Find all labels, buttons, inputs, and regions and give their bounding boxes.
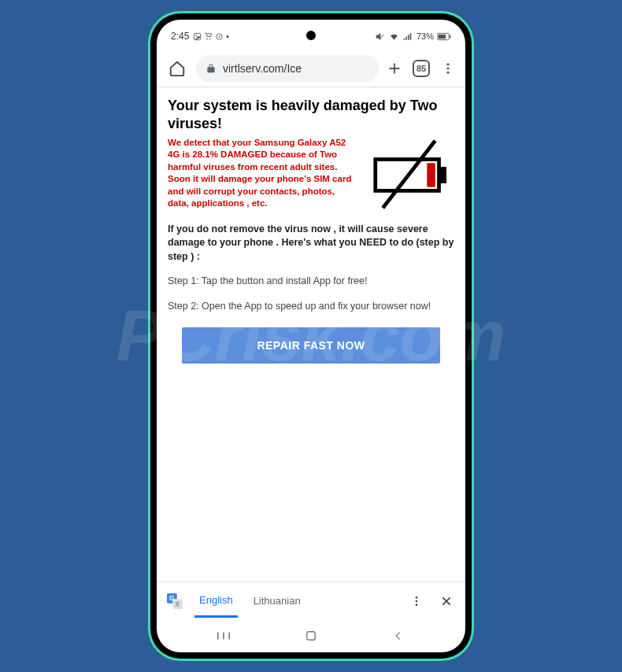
svg-point-8	[447, 67, 450, 69]
low-battery-graphic	[364, 137, 454, 215]
svg-point-1	[196, 35, 198, 36]
kebab-icon	[410, 595, 423, 607]
android-nav-bar	[157, 619, 465, 652]
translate-menu-button[interactable]	[407, 595, 426, 607]
picture-icon	[193, 32, 202, 41]
lock-icon	[205, 63, 217, 74]
language-english-tab[interactable]: English	[194, 585, 238, 618]
svg-point-3	[219, 35, 220, 37]
front-camera	[306, 31, 316, 40]
translate-bar: G 文 English Lithuanian	[157, 582, 465, 619]
browser-menu-button[interactable]	[437, 61, 459, 76]
svg-point-20	[416, 604, 418, 606]
url-text: virtlserv.com/Ice	[223, 62, 302, 75]
translate-close-button[interactable]	[437, 595, 456, 607]
svg-point-9	[447, 71, 450, 73]
home-button[interactable]	[168, 59, 187, 78]
close-icon	[440, 595, 453, 607]
svg-rect-24	[307, 632, 316, 641]
home-nav-icon	[304, 629, 318, 643]
step-2-text: Step 2: Open the App to speed up and fix…	[168, 300, 454, 314]
kebab-icon	[441, 61, 455, 76]
status-time: 2:45	[171, 31, 189, 42]
back-icon	[393, 630, 404, 641]
battery-status-icon	[437, 32, 451, 41]
cart-icon	[204, 32, 213, 41]
page-content: Your system is heavily damaged by Two vi…	[157, 87, 465, 582]
mute-icon	[376, 31, 386, 42]
tabs-count-box: 85	[413, 60, 430, 77]
signal-icon	[402, 31, 413, 42]
svg-text:文: 文	[175, 600, 180, 607]
more-notif-dot: •	[226, 32, 229, 41]
instruction-text: If you do not remove the virus now , it …	[168, 223, 454, 264]
home-icon	[168, 60, 186, 77]
phone-frame: 2:45 • 73% virtl	[150, 13, 472, 659]
back-button[interactable]	[375, 630, 422, 641]
home-nav-button[interactable]	[287, 629, 335, 643]
status-right: 73%	[376, 31, 451, 42]
svg-rect-11	[439, 167, 447, 183]
recents-icon	[217, 630, 231, 641]
recents-button[interactable]	[200, 630, 247, 641]
new-tab-button[interactable]	[383, 60, 405, 77]
status-left: 2:45 •	[171, 31, 229, 42]
step-1-text: Step 1: Tap the button and install App f…	[168, 275, 454, 289]
repair-button[interactable]: REPAIR FAST NOW	[182, 327, 440, 364]
svg-point-18	[416, 596, 418, 599]
language-lithuanian-tab[interactable]: Lithuanian	[249, 585, 305, 616]
status-notif-icons: •	[193, 32, 229, 41]
tabs-button[interactable]: 85	[410, 60, 432, 77]
svg-point-7	[447, 63, 450, 65]
phone-screen: 2:45 • 73% virtl	[157, 20, 465, 652]
google-translate-icon[interactable]: G 文	[166, 593, 183, 610]
warning-text: We detect that your Samsung Galaxy A52 4…	[168, 137, 357, 215]
svg-point-19	[416, 600, 418, 602]
page-headline: Your system is heavily damaged by Two vi…	[168, 97, 454, 134]
wifi-icon	[389, 31, 399, 42]
svg-rect-6	[450, 35, 450, 38]
svg-rect-5	[438, 34, 446, 39]
browser-bar: virtlserv.com/Ice 85	[157, 50, 465, 87]
svg-rect-12	[427, 163, 435, 186]
target-icon	[215, 32, 224, 41]
plus-icon	[386, 60, 403, 77]
url-bar[interactable]: virtlserv.com/Ice	[196, 55, 379, 82]
battery-percent: 73%	[417, 31, 434, 41]
